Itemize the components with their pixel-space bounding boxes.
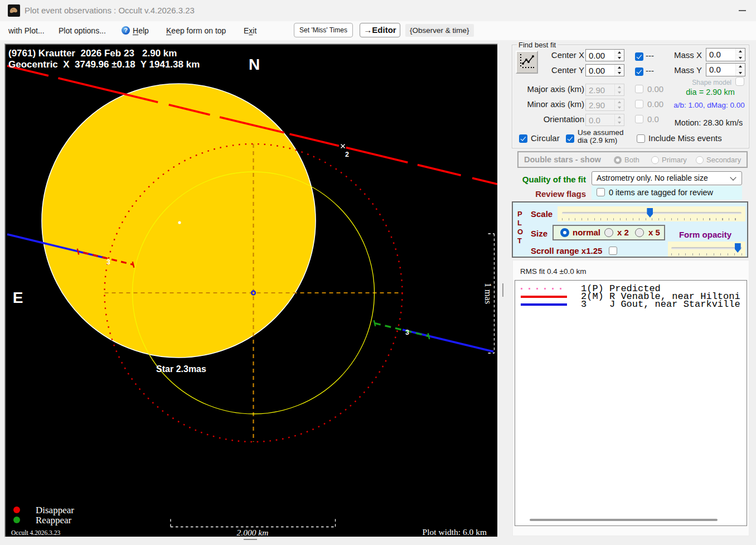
- rms-fit-label: RMS fit 0.4 ±0.0 km: [520, 267, 586, 276]
- plot-width-label: Plot width: 6.0 km: [423, 527, 487, 537]
- editor-button[interactable]: →Editor: [360, 23, 400, 37]
- menu-keep-form-on-top[interactable]: Keep form on top: [166, 21, 226, 40]
- major-axis-label: Major axis (km): [506, 85, 584, 94]
- spin-up-icon[interactable]: [615, 50, 624, 55]
- scale-slider-thumb[interactable]: [647, 208, 653, 218]
- menu-exit[interactable]: Exit: [244, 21, 256, 40]
- use-assumed-line2: dia (2.9 km): [578, 136, 617, 144]
- opacity-slider-thumb[interactable]: [735, 243, 741, 253]
- observer-listbox[interactable]: 1(P) Predicted 2(M) R Venable, near Hilt…: [515, 280, 747, 526]
- include-miss-checkbox[interactable]: [637, 134, 645, 143]
- review-flags-field: 0 items are tagged for review: [592, 186, 742, 200]
- spin-down-icon[interactable]: [615, 55, 624, 61]
- triangle-up-icon: [618, 116, 621, 118]
- scale-label: Scale: [531, 210, 553, 219]
- quality-combobox[interactable]: Astrometry only. No reliable size: [592, 171, 742, 185]
- title-bar: Plot event observations : Occult v.4.202…: [0, 0, 756, 21]
- center-y-spinner[interactable]: [614, 65, 624, 76]
- horizontal-scrollbar-thumb[interactable]: [530, 519, 718, 521]
- scale-bar-label: 2.000 km: [237, 528, 269, 537]
- size-x2-label: x 2: [617, 228, 629, 237]
- mass-x-label: Mass X: [668, 51, 702, 60]
- star-center-dot: [178, 221, 181, 224]
- legend-line-chord3: [521, 303, 567, 306]
- size-normal-radio[interactable]: [560, 228, 569, 237]
- shape-model-checkbox[interactable]: [735, 77, 744, 86]
- chord-2-label: 2: [345, 151, 349, 158]
- use-assumed-checkbox[interactable]: [566, 134, 574, 143]
- double-stars-group: Double stars - show Both Primary Seconda…: [517, 151, 748, 168]
- center-y-dash: ---: [646, 66, 654, 75]
- menu-plot-options[interactable]: Plot options...: [59, 21, 106, 40]
- observer-time-menu[interactable]: {Observer & time}: [405, 24, 474, 37]
- plot-title-line1: (9761) Krautter 2026 Feb 23 2.90 km: [8, 48, 177, 59]
- triangle-up-icon: [739, 50, 742, 52]
- dia-info: dia = 2.90 km: [675, 88, 746, 97]
- scale-bar: [171, 519, 336, 528]
- opacity-slider-track[interactable]: [671, 247, 742, 249]
- spin-up-icon[interactable]: [736, 49, 745, 55]
- center-x-input[interactable]: 0.00: [585, 49, 624, 61]
- size-x2-radio[interactable]: [604, 228, 613, 237]
- scale-slider[interactable]: [558, 206, 745, 221]
- orientation-checkbox: [635, 115, 643, 123]
- menu-keep-label: eep form on top: [171, 26, 226, 35]
- plot-title-line2: Geocentric X 3749.96 ±0.18 Y 1941.38 km: [8, 59, 200, 70]
- review-flags-checkbox[interactable]: [597, 188, 605, 196]
- scale-slider-ticks: [562, 218, 742, 220]
- spin-down-icon[interactable]: [736, 55, 745, 61]
- spin-down-icon: [615, 120, 624, 126]
- double-stars-title: Double stars - show: [524, 155, 601, 164]
- opacity-slider-ticks: [671, 253, 742, 255]
- center-y-checkbox[interactable]: [635, 67, 643, 76]
- major-axis-input: 2.90: [585, 84, 624, 96]
- minor-axis-label: Minor axis (km): [506, 100, 584, 109]
- center-x-dash: ---: [646, 51, 654, 60]
- circular-checkbox[interactable]: [519, 134, 527, 143]
- spin-up-icon[interactable]: [736, 64, 745, 70]
- menu-help[interactable]: Help: [133, 21, 149, 40]
- occult-plot-window: { "window": { "title": "Plot event obser…: [0, 0, 756, 545]
- triangle-down-icon: [618, 91, 621, 94]
- triangle-up-icon: [618, 101, 621, 103]
- set-miss-times-button[interactable]: Set 'Miss' Times: [294, 23, 353, 37]
- plot-area[interactable]: 2 3 3 1 mas 2.000 km (: [4, 44, 498, 537]
- minor-axis-flag: 0.00: [647, 100, 663, 109]
- mass-x-spinner[interactable]: [735, 49, 745, 61]
- app-icon: [8, 4, 20, 17]
- triangle-down-icon: [618, 107, 621, 109]
- shape-model-label: Shape model: [687, 78, 731, 87]
- spin-down-icon[interactable]: [615, 70, 624, 76]
- size-normal-label: normal: [573, 228, 600, 237]
- size-x5-radio[interactable]: [635, 228, 644, 237]
- menu-with-plot[interactable]: with Plot...: [8, 21, 45, 40]
- review-flags-label: Review flags: [508, 190, 586, 199]
- chord-3-label-right: 3: [405, 329, 409, 336]
- double-secondary-label: Secondary: [706, 156, 741, 165]
- spin-down-icon[interactable]: [736, 70, 745, 76]
- center-y-input[interactable]: 0.00: [585, 64, 624, 76]
- observer-row-3[interactable]: 3 J Gout, near Starkville: [581, 300, 740, 308]
- scroll-range-checkbox[interactable]: [609, 247, 617, 255]
- double-secondary-radio: [696, 156, 704, 164]
- menu-plot-options-label: Plot options...: [59, 26, 106, 35]
- center-x-spinner[interactable]: [614, 50, 624, 61]
- size-label: Size: [531, 229, 547, 238]
- chord-3-label-left: 3: [106, 258, 110, 266]
- mass-y-input[interactable]: 0.0: [706, 63, 745, 76]
- splitter-handle[interactable]: [502, 283, 503, 297]
- double-both-label: Both: [624, 156, 639, 165]
- spin-up-icon: [615, 84, 624, 90]
- minor-axis-checkbox: [635, 100, 643, 108]
- minimize-button[interactable]: [729, 3, 755, 18]
- center-x-checkbox[interactable]: [635, 52, 643, 61]
- double-primary-radio: [651, 156, 659, 164]
- mass-x-input[interactable]: 0.0: [706, 48, 745, 61]
- opacity-slider[interactable]: [668, 242, 745, 257]
- triangle-down-icon: [739, 57, 742, 59]
- resize-grip[interactable]: [244, 539, 257, 540]
- mass-y-spinner[interactable]: [735, 64, 745, 76]
- spin-up-icon[interactable]: [615, 65, 624, 70]
- reappear-dot: [13, 517, 20, 523]
- spinner: [614, 84, 624, 95]
